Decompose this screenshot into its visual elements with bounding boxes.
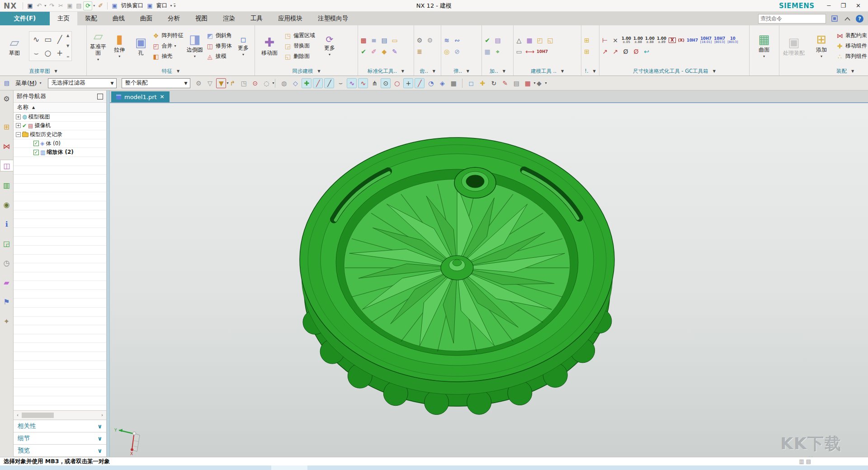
group-label-直接草图[interactable]: 直接草图▼ (0, 66, 86, 76)
sketch-tool-1[interactable]: ▭ (42, 33, 54, 46)
sketch-tool-4[interactable]: ○ (42, 46, 54, 60)
group-label-同步建模[interactable]: 同步建模▼ (255, 66, 358, 76)
sketch-tool-0[interactable]: ∿ (30, 33, 42, 46)
group-label-!.[interactable]: !.▼ (581, 66, 599, 76)
toolbar-icon[interactable]: ◇ (290, 78, 300, 88)
paste-icon[interactable]: ▤ (74, 1, 83, 10)
tab-分析[interactable]: 分析 (160, 12, 188, 25)
restore-button[interactable]: ❐ (840, 2, 846, 9)
tab-装配[interactable]: 装配 (77, 12, 105, 25)
button-修剪体[interactable]: ◫修剪体 (206, 41, 232, 51)
toolbar-icon[interactable]: ╱ (415, 78, 425, 88)
button-偏置区域[interactable]: ◳偏置区域 (284, 30, 315, 41)
roles-gear-icon[interactable]: ⚙ (1, 93, 13, 104)
button-边倒圆[interactable]: ◨边倒圆▾ (185, 33, 205, 60)
toolbar-icon[interactable]: ◔ (426, 78, 436, 88)
button-抽壳[interactable]: ◧抽壳 (152, 51, 184, 62)
help-icon[interactable]: ? (856, 15, 863, 23)
tool-button[interactable]: ⌖ (494, 47, 502, 56)
window-menu-caret[interactable]: ▾ (170, 4, 172, 8)
scroll-thumb[interactable] (22, 413, 54, 418)
button-更多[interactable]: ⟳更多▾ (316, 34, 343, 58)
tab-注塑模向导[interactable]: 注塑模向导 (310, 12, 356, 25)
refresh-icon[interactable]: ⟳ (83, 1, 92, 10)
dim-format-button[interactable]: X (669, 38, 676, 43)
tab-视图[interactable]: 视图 (188, 12, 215, 25)
menu-button[interactable]: 菜单(M) ▾ (13, 79, 45, 87)
command-search-input[interactable] (760, 15, 828, 22)
toolbar-icon[interactable]: ✎ (500, 78, 510, 88)
dim-format-button[interactable]: 10H7 (687, 38, 698, 42)
tree-checkbox[interactable]: ✓ (33, 150, 39, 155)
button-拔模[interactable]: ◬拔模 (206, 51, 232, 62)
toolbar-icon[interactable]: ⚙ (193, 78, 203, 88)
button-删除面[interactable]: ◱删除面 (284, 51, 315, 62)
tree-row-体 (0)[interactable]: ✓◈体 (0) (14, 139, 106, 148)
internet-page-icon[interactable]: ◲ (1, 237, 13, 249)
toolbar-icon[interactable]: ╱ (324, 78, 334, 88)
tool-button[interactable]: ▤ (494, 36, 502, 44)
tool-button[interactable]: ⊞ (583, 36, 591, 44)
group-label-尺寸快速格式化工具 - GC工具箱[interactable]: 尺寸快速格式化工具 - GC工具箱▼ (599, 66, 749, 76)
button-草图[interactable]: ▱草图 (1, 36, 28, 56)
tab-曲线[interactable]: 曲线 (105, 12, 132, 25)
dim-format-button[interactable]: 10H7 (537, 50, 548, 53)
sketch-tool-5[interactable]: + (54, 46, 66, 60)
tab-曲面[interactable]: 曲面 (132, 12, 160, 25)
panel-细节[interactable]: 细节∨ (14, 432, 106, 445)
toolbar-icon[interactable]: ▽ (205, 78, 215, 88)
button-阵列特征[interactable]: ❖阵列特征 (152, 30, 184, 41)
group-label-特征[interactable]: 特征▼ (87, 66, 255, 76)
switch-window-button[interactable]: 切换窗口 (121, 2, 143, 9)
document-tab[interactable]: model1.prt ✕ (111, 91, 170, 102)
tool-button[interactable]: ⚙ (415, 36, 424, 44)
dim-format-button[interactable]: 10H7[18.01] (700, 37, 712, 44)
panel-预览[interactable]: 预览∨ (14, 445, 106, 457)
dim-format-button[interactable]: 1.00±.88 (633, 37, 643, 44)
toolbar-icon[interactable]: ◌▾ (261, 78, 271, 88)
sketch-tool-3[interactable]: ⌣ (30, 46, 42, 60)
toolbar-icon[interactable]: ↱ (227, 78, 237, 88)
dim-format-button[interactable]: 1.00±.88 (645, 37, 655, 44)
tool-button[interactable]: ✔ (359, 47, 368, 56)
scroll-right-arrow[interactable]: › (99, 413, 105, 418)
tree-row-缩放体 (2)[interactable]: ✓▥缩放体 (2) (14, 148, 106, 157)
tab-应用模块[interactable]: 应用模块 (270, 12, 310, 25)
tab-工具[interactable]: 工具 (243, 12, 270, 25)
tool-button[interactable]: ◆ (380, 47, 388, 56)
toolbar-icon[interactable]: ⊙ (381, 78, 391, 88)
tab-渲染[interactable]: 渲染 (215, 12, 243, 25)
button-曲面[interactable]: ▦曲面▾ (751, 33, 777, 60)
toolbar-icon[interactable]: + (403, 78, 413, 88)
button-添加[interactable]: ⊞添加▾ (808, 33, 835, 60)
dim-format-button[interactable]: 1.00±.05 (622, 37, 631, 44)
selection-filter-dropdown[interactable]: 无选择过滤器▼ (48, 78, 117, 88)
constraint-navigator-icon[interactable]: ⋈ (1, 140, 13, 152)
toolbar-icon[interactable]: ▤ (511, 78, 521, 88)
toolbar-icon[interactable]: ▦ (448, 78, 458, 88)
tool-button[interactable]: ≡ (370, 36, 378, 44)
navigator-column-header[interactable]: 名称 ▲ (14, 103, 106, 113)
button-装配约束[interactable]: ⋈装配约束 (836, 30, 867, 41)
tool-button[interactable]: Ø (622, 47, 630, 56)
tree-expander[interactable]: − (16, 132, 21, 137)
button-基准平面[interactable]: ▱基准平面▾ (88, 29, 108, 63)
web-info-icon[interactable]: ℹ (1, 218, 13, 230)
tool-button[interactable]: ⚙ (426, 36, 434, 44)
button-倒斜角[interactable]: ◩倒斜角 (206, 30, 232, 41)
undock-icon[interactable] (97, 94, 103, 100)
process-studio-icon[interactable]: ⚑ (1, 296, 13, 308)
dim-format-button[interactable]: (X) (678, 38, 684, 42)
tool-button[interactable]: ↗ (601, 47, 609, 56)
tool-button[interactable]: ▭ (391, 36, 399, 44)
toolbar-icon[interactable]: ╱ (313, 78, 323, 88)
redo-icon[interactable]: ↷ (47, 1, 56, 10)
grid-scroll[interactable]: ▲ (66, 33, 70, 38)
button-合并[interactable]: ◰合并▾ (152, 41, 184, 51)
panel-相关性[interactable]: 相关性∨ (14, 420, 106, 432)
selection-scope-dropdown[interactable]: 整个装配▼ (122, 78, 190, 88)
navigator-hscrollbar[interactable]: ‹ › (14, 410, 106, 419)
dim-format-button[interactable]: 1.00±.89 (657, 37, 666, 44)
button-移动组件[interactable]: ✚移动组件 (836, 41, 867, 51)
tree-expander[interactable]: + (16, 114, 21, 119)
